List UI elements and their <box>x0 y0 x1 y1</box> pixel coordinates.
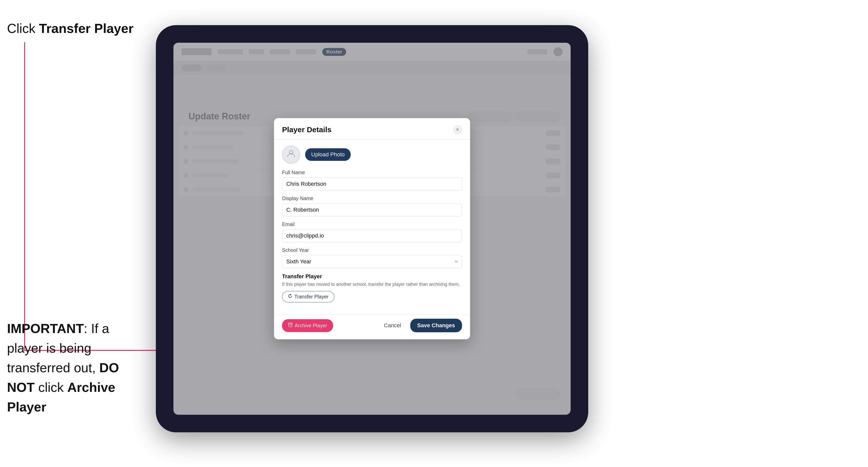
instruction-transfer-bold: Transfer Player <box>39 21 133 36</box>
tablet-screen: Roster Update Roster <box>174 43 570 415</box>
transfer-player-section: Transfer Player If this player has moved… <box>282 273 462 302</box>
instruction-suffix: click <box>35 380 67 395</box>
modal-footer: Archive Player Cancel Save Changes <box>274 314 470 339</box>
instruction-prefix: Click <box>7 21 39 36</box>
instruction-top: Click Transfer Player <box>7 20 133 37</box>
tablet-device: Roster Update Roster <box>156 25 588 432</box>
upload-photo-button[interactable]: Upload Photo <box>305 148 351 161</box>
school-year-label: School Year <box>282 247 462 253</box>
full-name-group: Full Name <box>282 170 462 190</box>
school-year-select[interactable]: First Year Second Year Third Year Fourth… <box>282 255 462 268</box>
full-name-input[interactable] <box>282 178 462 190</box>
transfer-player-button[interactable]: Transfer Player <box>282 291 334 302</box>
modal-overlay: Player Details × <box>174 43 570 415</box>
email-label: Email <box>282 221 462 227</box>
avatar-circle <box>282 146 300 164</box>
school-year-group: School Year First Year Second Year Third… <box>282 247 462 268</box>
avatar-icon <box>286 149 296 160</box>
modal-close-button[interactable]: × <box>453 125 462 134</box>
svg-rect-1 <box>288 323 292 324</box>
instruction-bottom: IMPORTANT: If a player is being transfer… <box>7 319 148 417</box>
photo-section: Upload Photo <box>282 146 462 164</box>
transfer-btn-label: Transfer Player <box>294 294 329 300</box>
arrow-vertical-line <box>24 42 25 351</box>
display-name-label: Display Name <box>282 195 462 201</box>
transfer-player-label: Transfer Player <box>282 273 462 280</box>
transfer-player-description: If this player has moved to another scho… <box>282 281 462 287</box>
modal-header: Player Details × <box>274 118 470 139</box>
archive-btn-label: Archive Player <box>294 323 327 329</box>
display-name-input[interactable] <box>282 203 462 216</box>
important-label: IMPORTANT <box>7 321 84 336</box>
modal-title: Player Details <box>282 125 332 134</box>
email-group: Email <box>282 221 462 242</box>
footer-right-actions: Cancel Save Changes <box>380 319 462 332</box>
archive-player-button[interactable]: Archive Player <box>282 319 333 332</box>
player-details-modal: Player Details × <box>274 118 470 339</box>
modal-body: Upload Photo Full Name Display Name <box>274 139 470 314</box>
transfer-icon <box>288 294 292 300</box>
display-name-group: Display Name <box>282 195 462 216</box>
email-input[interactable] <box>282 229 462 242</box>
full-name-label: Full Name <box>282 170 462 176</box>
cancel-button[interactable]: Cancel <box>380 319 405 332</box>
save-changes-button[interactable]: Save Changes <box>410 319 462 332</box>
archive-icon <box>288 323 292 329</box>
